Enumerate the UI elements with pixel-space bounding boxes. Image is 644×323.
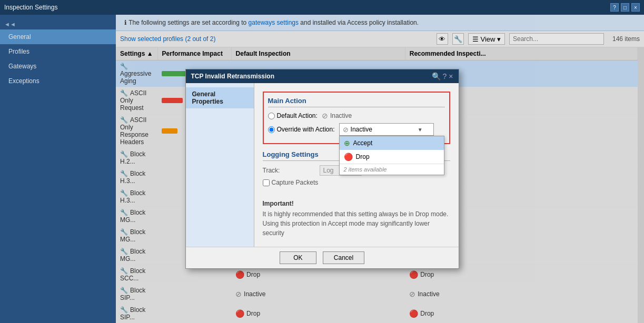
accept-label: Accept [353, 139, 373, 147]
dialog-footer: OK Cancel [186, 247, 459, 268]
override-radio-label[interactable]: Override with Action: [268, 126, 335, 133]
help-button[interactable]: ? [610, 3, 619, 12]
main-action-title: Main Action [268, 97, 445, 107]
drop-label: Drop [356, 153, 370, 160]
dropdown-item-drop[interactable]: 🔴 Drop [340, 150, 444, 164]
accept-icon: ⊕ [344, 139, 350, 147]
override-label: Override with Action: [277, 126, 335, 133]
cancel-button[interactable]: Cancel [323, 251, 364, 264]
override-action-radio[interactable] [268, 126, 275, 133]
default-action-value: ⊘ Inactive [322, 112, 352, 120]
default-action-radio[interactable] [268, 113, 275, 119]
dialog-main: Main Action Default Action: ⊘ Inactive [254, 83, 459, 247]
dialog-sidebar: General Properties [186, 83, 254, 247]
inactive-icon: ⊘ [322, 112, 328, 120]
dialog-title-bar: TCP Invalid Retransmission 🔍 ? × [186, 69, 459, 83]
main-action-section: Main Action Default Action: ⊘ Inactive [263, 92, 450, 144]
important-line1: It is highly recommended that this setti… [263, 209, 450, 219]
dialog-body: General Properties Main Action Default A… [186, 83, 459, 247]
capture-packets-label[interactable]: Capture Packets [263, 179, 319, 186]
dialog-help-icon[interactable]: ? [443, 72, 447, 80]
app-title: Inspection Settings [4, 4, 57, 11]
ok-button[interactable]: OK [280, 251, 316, 264]
dropdown-inactive-icon: ⊘ [343, 126, 349, 134]
close-button[interactable]: × [631, 3, 640, 12]
default-action-radio-label[interactable]: Default Action: [268, 112, 318, 119]
default-action-text: Inactive [330, 112, 352, 119]
capture-row: Capture Packets [263, 179, 450, 186]
dialog-overlay: TCP Invalid Retransmission 🔍 ? × General… [0, 15, 644, 323]
action-dropdown-wrap: ⊘ Inactive ▼ ⊕ Accept [339, 123, 434, 136]
dropdown-selected-text: Inactive [351, 126, 418, 133]
tcp-dialog: TCP Invalid Retransmission 🔍 ? × General… [185, 69, 459, 269]
important-line2: Using this protection in Accept mode may… [263, 219, 450, 238]
window-controls[interactable]: ? □ × [610, 3, 640, 12]
restore-button[interactable]: □ [621, 3, 629, 12]
dialog-title-icons: 🔍 ? × [432, 72, 453, 80]
drop-icon: 🔴 [344, 153, 353, 161]
important-section: Important! It is highly recommended that… [263, 200, 450, 238]
capture-packets-text: Capture Packets [272, 179, 319, 186]
dialog-title: TCP Invalid Retransmission [191, 73, 275, 80]
dropdown-footer: 2 items available [340, 164, 444, 175]
default-action-row: Default Action: ⊘ Inactive [268, 112, 445, 120]
action-dropdown[interactable]: ⊘ Inactive ▼ [339, 123, 434, 136]
default-action-label: Default Action: [277, 112, 318, 119]
track-label: Track: [263, 167, 315, 174]
dropdown-arrow-icon: ▼ [418, 127, 423, 133]
override-action-row: Override with Action: ⊘ Inactive ▼ [268, 123, 445, 136]
action-dropdown-menu: ⊕ Accept 🔴 Drop 2 items available [339, 136, 444, 175]
dialog-close-icon[interactable]: × [449, 72, 453, 80]
dialog-search-icon[interactable]: 🔍 [432, 72, 441, 80]
dropdown-item-accept[interactable]: ⊕ Accept [340, 136, 444, 150]
important-title: Important! [263, 200, 450, 207]
title-bar: Inspection Settings ? □ × [0, 0, 644, 15]
capture-packets-checkbox[interactable] [263, 179, 270, 186]
dialog-tab-general-properties[interactable]: General Properties [186, 87, 254, 108]
